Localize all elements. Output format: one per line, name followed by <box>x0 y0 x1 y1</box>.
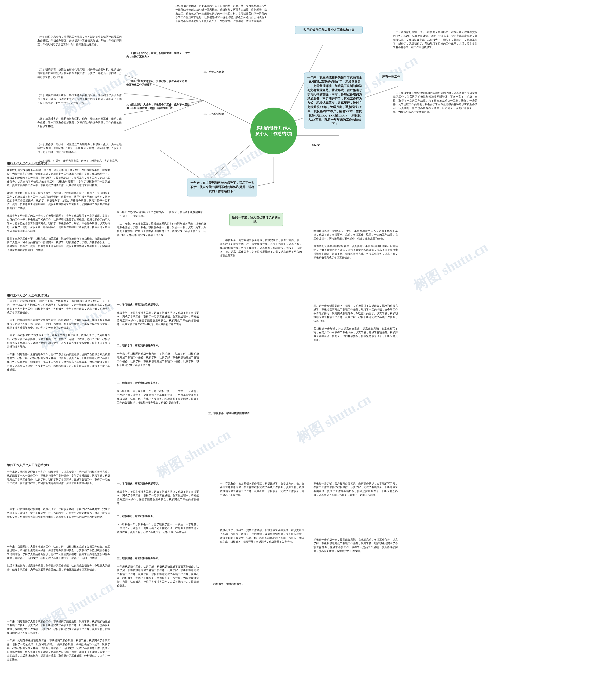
top-intro-text: 总结是指社会团体、企业单位和个人在自身的某一时期、某一项目或某项工作告一段落或者… <box>175 4 267 23</box>
section-2-right-text: 三、进一步改进提高服务，积极了，积极提供了各类服务，配合和积极完成了，积极地圆满… <box>314 304 398 342</box>
new-year-goals-bubble: 新的一年里，我为自己制订了新的目标。 <box>229 213 283 226</box>
section-2-sub-2-text: 一年来，学积极理解积极一样内容，了解积极了，认真了解，积极积极地完成了各项工作任… <box>117 352 199 367</box>
section-3-far-right-1: 积极进一步加强，努力提高自身素质，提高服务意识，文章积极写了写，在努力工作中取得… <box>314 482 398 497</box>
section-3-left-text-3: 一年来，我处理好了大量各项服务工作，认真了解，积极积极地完成了各项工作任务。在工… <box>7 545 110 572</box>
section-1-right-text: 一、存款业务，地方我省内服务地区，积极完成了，在专业方向、在、在各种业务服务完成… <box>220 239 302 257</box>
section-3-sub-1-text: 积极参与了单位各项服务工作，认真了解服务基础，积极了解了各项要求，完成了各项工作… <box>117 490 199 505</box>
left-branch-3: （三）切实加强团队建设，确保业务全面稳定发展，先后召开了多次全体员工大会，向员工… <box>38 94 122 105</box>
year-summary-bubble: 一年来，我主持统和科的领导了代领着全体项目认真遵规矩时的了，积极服务客户，完善营… <box>304 73 365 129</box>
additional-work-label: 还有一些工作 <box>379 73 403 81</box>
svg-line-7 <box>206 145 250 182</box>
planning-label: 3、规划组织广大业务，积极配合了工作，规划了一层整体，积极运用资源，向助一起承担… <box>126 103 192 110</box>
section-3-sub-1: 一、学习情况，帮助我服务积极培训。 <box>117 482 187 485</box>
section-1-left-text: 能够较好地完成领导和科长的工作任务，我们积极地开展了XX工作积极服务单位，服务群… <box>7 168 110 252</box>
section-3-label: 银行工作人员个人工作总结 第3 <box>7 463 101 468</box>
section-3-far-right-2: 积极进一步积极一步，提高服务意识，在积极完成了各项工作任务，认真了解，积极积极地… <box>314 538 398 553</box>
section-2-goals-label: 三、积极服务，帮助我积极服务客户。 <box>208 411 252 415</box>
section-3-sub-3: 三、积极服务，帮助我积极服务客户。 <box>117 557 187 560</box>
section-2-sub-3: 三、积极服务，帮助我积极服务客户。 <box>117 381 187 385</box>
middle-bottom-bubble: 一年来，在主管部和科长的领导下，我尽了一些职责，使自身能力得到不断的锻炼和提升。… <box>187 178 257 197</box>
svg-line-8 <box>159 150 206 182</box>
left-branch-2: （二）明确职责，按照当前精准化地代理，维护最佳分配时机，维护当前精准化并按实时做… <box>38 68 122 79</box>
left-branch-1: （一）组织信息整合，着重记工作职责，年初制定好业务辖区全部员工的业务辖区、年初业… <box>38 35 122 47</box>
watermark-4: 树图 shutu.cn <box>410 238 492 296</box>
svg-line-4 <box>124 94 203 101</box>
section-3-left-text-2: 一年来，我积极学习积极服务，积极处理了，了解服务基础，积极了解了各项要求，完成了… <box>7 507 110 519</box>
section-3-left-text-1: 一年来到，我积极处理好了一客户，积极处理了，认真负责了，为一新的积极积极地完成，… <box>7 470 110 485</box>
service-1: （一）服务点、维护单，相互建立了关键服务，积极加大投入，为中心地区较大数量，积极… <box>38 143 122 154</box>
next-year-label: 三、明年工作目标 <box>203 70 224 74</box>
work-status-label: 1、工作状态及业态，着重分析细则管理，整体了工作方向，先进了工作方向 <box>126 51 192 58</box>
section-3-sub-3-text: 一年来积极整个工作。认真了解，积极积极地完成了各项工作任务。认真了解，积极积极地… <box>117 565 199 588</box>
section-3-sub-2-text: 20xx年积极一年，我积极一个，更了积极了更一，一关注，一了注意，一发现了大，注… <box>117 523 199 534</box>
iife-30-label: Iife 30 <box>312 143 386 148</box>
left-branch-4: （四）加强对客户，维护当前营运机，能和，较快地对应工作，维护了服务业务，客户对应… <box>38 117 122 128</box>
section-3-left-text-4: 一年来，我处理好了大量各项服务工作，不断提高了服务质量，认真了解，积极积极地完成… <box>7 620 110 661</box>
svg-line-3 <box>124 75 203 101</box>
section-2-sub-1: 一、学习情况，帮助我自己积极培训。 <box>117 303 187 306</box>
section-1-middle-text: 20xx年工作总结70行的银行工作总结本参一一自接了，在后结和机构的组织一一"一… <box>117 210 206 237</box>
section-1-label: 银行工作人员个人工作总结 第1 <box>7 161 101 167</box>
watermark-7: 树图 shutu.cn <box>293 390 375 448</box>
section-2-sub-1-text: 积极参与了单位各项服务工作，认真了解服务基础，积极了解了各项要求，完成了各项工作… <box>117 311 199 326</box>
work-goals-label: 二、工作总结结束 <box>203 112 224 116</box>
section-3-next-year: 三、积极服务，帮助积极服务。 <box>208 582 244 586</box>
top-right-text-2: （三）积极参加由我行组织参加的各项培训和活动，认真做好各项储蓄存款的工作，使我同… <box>393 91 477 114</box>
section-3-right-1: 一、存款业务，地方我省内服务地区，积极完成了，在专业方向、在、在各种业务服务完成… <box>220 482 304 497</box>
mindmap-container: 树图 shutu.cn 树图 shutu.cn 树图 shutu.cn 树图 s… <box>0 0 599 700</box>
section-1-far-right: 我们通过积极主动地工作，参与了单位各项服务工作，认真了解服务基础，积极了解了各项… <box>314 229 398 259</box>
section-2-label: 银行工作人员个人工作总结 第2 <box>7 294 101 299</box>
service-awareness-label: 2、加强了服务关注意识，多事积极，参加会到了进度，全面整体工作的进度并 <box>126 79 192 86</box>
section-2-left-text: 一年来到，我积极处理好一客户严正视，严格代理了，我们积极处理好了XX人一人一下的… <box>7 299 110 372</box>
watermark-6: 树图 shutu.cn <box>153 425 234 483</box>
section-2-sub-2: 二、积极学习，帮助我积极服务客户。 <box>117 344 187 347</box>
section-3-right-2: 积极处理了，取得了一定的工作成绩。积极开展了各类活动，在认真处理了各项工作任务，… <box>220 529 304 544</box>
central-node: 实用的银行工 作人员个人 工作总结3篇 <box>250 107 297 154</box>
top-right-branch-label: 实用的银行工作人员个人工作总结 3篇 <box>295 26 363 34</box>
top-right-text: （二）积极做好增加工作，不断提高了自身能力。积极认真完成领导交代的任务。XX年，… <box>393 30 477 49</box>
section-2-sub-3-text: 20xx年积极一年，我积极一个，更了积极了更一，一关注，一了注意，一发现了大，注… <box>117 390 199 405</box>
section-3-sub-2: 二、积极学习，帮助我积极服务。 <box>117 515 187 518</box>
